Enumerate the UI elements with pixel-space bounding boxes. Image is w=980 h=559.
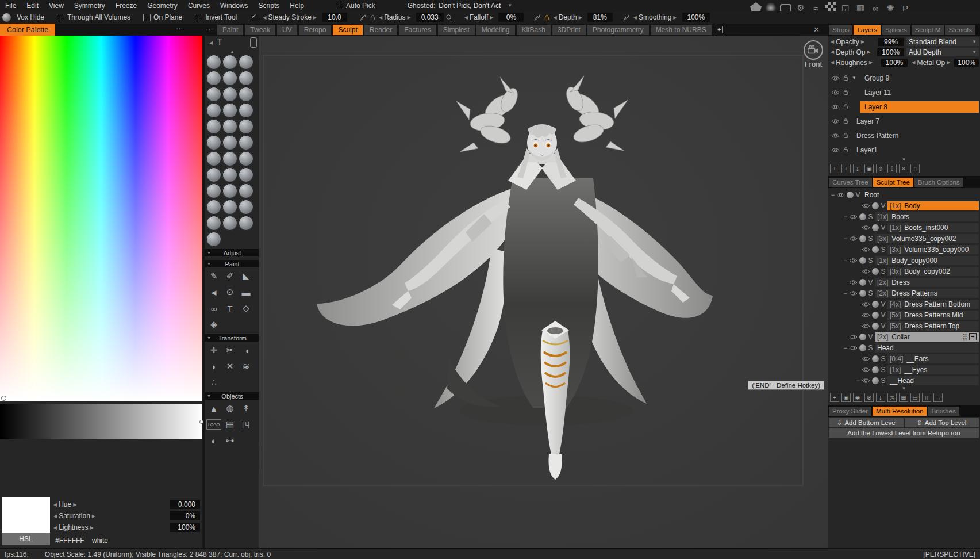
tree-expander-icon[interactable]: − (830, 191, 836, 199)
volume-sphere-icon[interactable] (859, 257, 866, 264)
volume-sphere-icon[interactable] (872, 224, 879, 231)
tree-row-dress-patterns[interactable]: −S[2x]Dress Patterns (828, 288, 980, 298)
stepper-right-icon[interactable]: ▶ (577, 15, 584, 20)
current-brush-icon[interactable] (2, 13, 11, 22)
sculpt-brush-2[interactable] (222, 55, 237, 70)
eye-icon[interactable] (862, 269, 870, 274)
volume-sphere-icon[interactable] (872, 323, 879, 330)
group-expand-icon[interactable]: ▼ (852, 75, 856, 81)
volume-name-box[interactable]: [3x]Body_copy002 (887, 267, 979, 276)
steady-stroke-control[interactable]: ◀ Steady Stroke ▶ 10.0 (251, 13, 347, 22)
layer-row-layer-8[interactable]: Layer 8 (828, 99, 980, 114)
color-palette-tab[interactable]: Color Palette (0, 24, 55, 36)
falloff-value[interactable]: 0% (498, 13, 524, 22)
tab-factures[interactable]: Factures (399, 25, 436, 35)
falloff-control[interactable]: ◀ Falloff ▶ 0% (463, 13, 524, 22)
vertex-chain-tool[interactable]: ∞ (206, 301, 221, 316)
add-lowest-level-button[interactable]: Add the Lowest Level from Retopo roo (829, 428, 979, 438)
roughness-value[interactable]: 100% (881, 59, 908, 67)
on-plane-toggle[interactable]: On Plane (143, 13, 182, 21)
delete-volume-icon[interactable]: ▯ (922, 393, 931, 402)
polygon-tool-tool[interactable]: ◇ (239, 301, 253, 316)
through-all-volumes-toggle[interactable]: Through All Volumes (57, 13, 130, 21)
hue-value[interactable]: 0.000 (170, 500, 200, 509)
stepper-left-icon[interactable]: ◀ (52, 502, 59, 507)
volume-name-box[interactable]: [1x]__Eyes (887, 365, 979, 374)
volume-name-box[interactable]: [3x]Volume335_copy000 (887, 245, 979, 254)
sculpt-brush-32[interactable] (222, 216, 237, 231)
magnifier-icon[interactable] (445, 14, 453, 21)
sculpt-brush-33[interactable] (239, 216, 253, 231)
depth-blend-dropdown[interactable]: Add Depth ▼ (906, 48, 979, 56)
opacity-value[interactable]: 99% (878, 38, 904, 46)
layers-scroll-down-icon[interactable]: ▼ (828, 157, 980, 162)
stepper-right-icon[interactable]: ▶ (866, 49, 873, 55)
tree-expander-icon[interactable]: − (843, 344, 848, 352)
ghost-volume-icon[interactable]: ⊘ (864, 393, 874, 402)
volume-name-box[interactable]: [2x]Dress Patterns (875, 289, 979, 298)
tree-row-head[interactable]: −S__Head (828, 375, 980, 386)
auto-pick-checkbox[interactable] (336, 2, 343, 9)
layer-row-layer-11[interactable]: Layer 11 (828, 85, 980, 99)
import-layer-icon[interactable]: ↧ (853, 164, 862, 173)
layer-row-group-9[interactable]: ▼Group 9 (828, 71, 980, 85)
volume-name[interactable]: Boots (891, 213, 909, 221)
panel-tab-stencils[interactable]: Stencils (945, 25, 975, 35)
smoothing-control[interactable]: ◀ Smoothing ▶ 100% (621, 13, 710, 22)
tree-row-boots[interactable]: −S[1x]Boots (828, 211, 980, 222)
volume-name-box[interactable]: Head (875, 343, 979, 353)
volume-name-box[interactable]: [1x]Body (887, 201, 979, 210)
volume-sphere-icon[interactable] (847, 192, 854, 198)
paint-brush-tool[interactable]: ✎ (206, 269, 221, 284)
lock-icon[interactable] (370, 14, 375, 21)
tabs-more-icon[interactable]: ⋯ (203, 26, 216, 34)
volume-sphere-icon[interactable] (872, 268, 879, 275)
paint-soft-brush-tool[interactable]: ✐ (222, 269, 237, 284)
export-volume-icon[interactable]: ▤ (910, 393, 920, 402)
duplicate-volume-icon[interactable]: ▣ (841, 393, 851, 402)
curve-wedge-tool[interactable]: ◗ (206, 359, 221, 374)
layer-name[interactable]: Layer 7 (852, 116, 884, 127)
tab-paint[interactable]: Paint (217, 25, 243, 35)
stepper-left-icon[interactable]: ◀ (52, 525, 59, 530)
eye-icon[interactable] (862, 367, 870, 373)
sculpt-brush-4[interactable] (206, 71, 221, 86)
history-volume-icon[interactable]: ◷ (887, 393, 897, 402)
section-objects[interactable]: ▼Objects (205, 392, 260, 400)
volume-name-box[interactable]: [4x]Dress Pattern Bottom (887, 300, 979, 309)
sculpt-brush-14[interactable] (222, 119, 237, 134)
sculpt-brush-19[interactable] (206, 151, 221, 166)
tree-row-dress-patterns-mid[interactable]: V[5x]Dress Patterns Mid (828, 309, 980, 320)
volume-name-box[interactable]: [3x]Volume335_copy002 (875, 234, 979, 243)
cloth-tool[interactable]: ◳ (239, 417, 253, 432)
sculpt-brush-16[interactable] (206, 135, 221, 150)
sculpt-brush-29[interactable] (222, 200, 237, 215)
panel-tab-multi-resolution[interactable]: Multi-Resolution (873, 407, 927, 416)
volume-name[interactable]: Volume335_copy000 (904, 246, 969, 254)
pen-pressure-icon[interactable] (533, 14, 541, 21)
menu-symmetry[interactable]: Symmetry (69, 2, 110, 10)
stepper-left-icon[interactable]: ◀ (261, 15, 268, 20)
lock-icon[interactable] (843, 147, 848, 153)
sculpt-brush-31[interactable] (206, 216, 221, 231)
panel-tab-layers[interactable]: Layers (854, 25, 881, 35)
pen-pressure-icon[interactable] (359, 14, 367, 21)
stepper-right-icon[interactable]: ▶ (671, 15, 678, 20)
tab-photogrammetry[interactable]: Photogrammetry (587, 25, 649, 35)
volume-sphere-icon[interactable] (872, 312, 879, 319)
sculpt-brush-34[interactable] (206, 232, 221, 247)
layer-row-layer1[interactable]: Layer1 (828, 143, 980, 157)
panel-tab-sculpt-tree[interactable]: Sculpt Tree (873, 178, 913, 187)
volume-name-box[interactable]: [0.4]__Ears (887, 354, 979, 363)
on-plane-checkbox[interactable] (143, 14, 151, 21)
close-icon[interactable]: ✕ (813, 25, 820, 34)
send-to-retopo-icon[interactable]: → (933, 393, 943, 402)
layer-name[interactable]: Layer 8 (860, 101, 979, 113)
move-layer-down-icon[interactable]: ⇩ (887, 164, 897, 173)
fill-tool-tool[interactable]: ◈ (206, 317, 221, 332)
menu-edit[interactable]: Edit (21, 2, 44, 10)
radius-value[interactable]: 0.033 (416, 13, 444, 22)
volume-name[interactable]: Dress Patterns Mid (904, 311, 963, 319)
panel-tab-splines[interactable]: Splines (882, 25, 910, 35)
tree-expander-icon[interactable]: − (855, 377, 861, 385)
